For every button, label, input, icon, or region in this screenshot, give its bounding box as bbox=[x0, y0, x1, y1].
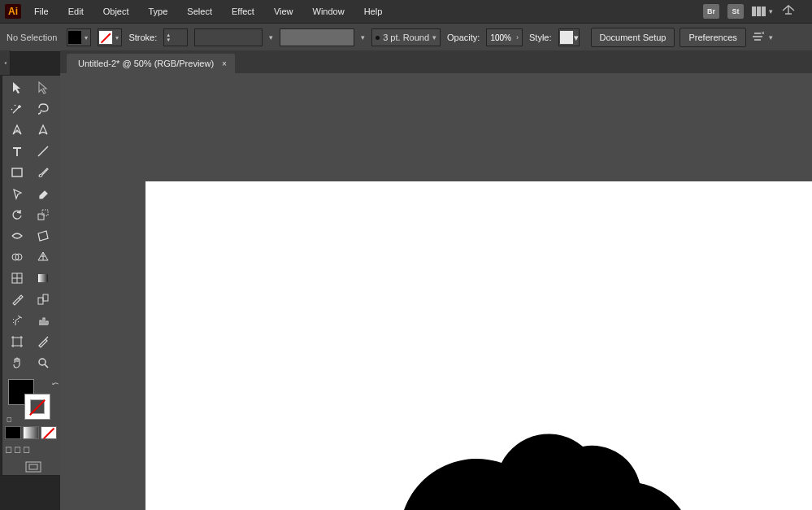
slice-tool[interactable] bbox=[31, 332, 55, 351]
svg-point-10 bbox=[39, 359, 46, 365]
chevron-down-icon: ▾ bbox=[113, 34, 121, 41]
zoom-tool[interactable] bbox=[31, 353, 55, 373]
stroke-swatch[interactable] bbox=[24, 394, 50, 420]
svg-rect-9 bbox=[13, 338, 21, 346]
brush-dot-icon bbox=[376, 36, 380, 40]
swap-fill-stroke-icon[interactable]: ⤺ bbox=[52, 379, 59, 388]
color-mode-none[interactable] bbox=[41, 426, 57, 439]
chevron-right-icon: › bbox=[516, 33, 519, 41]
svg-rect-11 bbox=[26, 462, 41, 472]
fill-swatch-icon bbox=[68, 31, 81, 44]
fill-stroke-control[interactable]: ⤺ ◻ bbox=[5, 377, 62, 423]
curvature-tool[interactable] bbox=[31, 120, 55, 140]
draw-inside-icon[interactable]: ◻ bbox=[23, 444, 30, 455]
stepper-arrows-icon: ▲▼ bbox=[164, 33, 172, 42]
width-tool[interactable] bbox=[5, 226, 29, 246]
artboard-tool[interactable] bbox=[5, 332, 29, 351]
brush-preview[interactable] bbox=[280, 28, 354, 46]
shape-builder-tool[interactable] bbox=[5, 247, 29, 267]
document-tab-strip: Untitled-2* @ 50% (RGB/Preview) × bbox=[60, 50, 812, 74]
panel-collapse-strip[interactable]: ‹‹ bbox=[0, 50, 11, 75]
chevron-down-icon: ▾ bbox=[574, 33, 579, 43]
perspective-grid-tool[interactable] bbox=[31, 247, 55, 267]
chevron-down-icon: ▾ bbox=[769, 33, 773, 41]
color-mode-gradient[interactable] bbox=[23, 426, 39, 439]
svg-rect-8 bbox=[43, 294, 48, 301]
workspace[interactable] bbox=[60, 73, 812, 510]
stock-button[interactable]: St bbox=[727, 4, 744, 19]
svg-rect-12 bbox=[29, 464, 37, 469]
draw-normal-icon[interactable]: ◻ bbox=[5, 444, 12, 455]
arrange-documents-icon bbox=[752, 7, 766, 16]
draw-behind-icon[interactable]: ◻ bbox=[14, 444, 21, 455]
align-icon bbox=[751, 31, 764, 42]
style-swatch-icon bbox=[560, 31, 573, 44]
selection-state-label: No Selection bbox=[7, 33, 60, 42]
chevron-down-icon: ▾ bbox=[432, 33, 436, 41]
direct-selection-tool[interactable] bbox=[31, 78, 55, 98]
brush-definition-label: 3 pt. Round bbox=[383, 33, 429, 42]
pen-tool[interactable] bbox=[5, 120, 29, 140]
rotate-tool[interactable] bbox=[5, 205, 29, 224]
opacity-field[interactable]: 100% › bbox=[486, 28, 523, 46]
document-setup-button[interactable]: Document Setup bbox=[591, 28, 675, 47]
paintbrush-tool[interactable] bbox=[31, 163, 55, 182]
bridge-button[interactable]: Br bbox=[703, 4, 719, 19]
align-to-button[interactable] bbox=[751, 31, 764, 45]
color-mode-solid[interactable] bbox=[5, 426, 21, 439]
scale-tool[interactable] bbox=[31, 205, 55, 224]
menu-file[interactable]: File bbox=[28, 4, 55, 19]
cloud-shape[interactable] bbox=[396, 410, 697, 510]
eyedropper-tool[interactable] bbox=[5, 290, 29, 309]
arrange-documents-button[interactable]: ▾ bbox=[752, 7, 773, 16]
rectangle-tool[interactable] bbox=[5, 163, 29, 182]
variable-width-profile-dropdown[interactable] bbox=[194, 28, 263, 46]
chevron-down-icon: ▾ bbox=[269, 33, 273, 41]
stroke-label: Stroke: bbox=[128, 33, 157, 42]
column-graph-tool[interactable] bbox=[31, 311, 55, 330]
line-segment-tool[interactable] bbox=[31, 142, 55, 161]
gpu-preview-button[interactable] bbox=[781, 4, 796, 19]
menu-view[interactable]: View bbox=[267, 4, 300, 19]
stroke-weight-stepper[interactable]: ▲▼ bbox=[163, 28, 188, 46]
free-transform-tool[interactable] bbox=[31, 226, 55, 246]
stroke-color-dropdown[interactable]: ▾ bbox=[98, 28, 122, 46]
fill-color-dropdown[interactable]: ▾ bbox=[67, 28, 91, 46]
mesh-tool[interactable] bbox=[5, 268, 29, 288]
menu-effect[interactable]: Effect bbox=[225, 4, 261, 19]
shaper-tool[interactable] bbox=[5, 184, 29, 203]
color-mode-row bbox=[5, 426, 62, 439]
style-label: Style: bbox=[529, 33, 552, 42]
close-tab-button[interactable]: × bbox=[222, 59, 227, 68]
symbol-sprayer-tool[interactable] bbox=[5, 311, 29, 330]
stroke-swatch-icon bbox=[99, 31, 112, 44]
hand-tool[interactable] bbox=[5, 353, 29, 373]
svg-rect-2 bbox=[42, 210, 48, 216]
menu-edit[interactable]: Edit bbox=[62, 4, 90, 19]
draw-modes-row: ◻ ◻ ◻ bbox=[5, 444, 62, 455]
menu-type[interactable]: Type bbox=[142, 4, 175, 19]
menu-window[interactable]: Window bbox=[306, 4, 351, 19]
collapse-handle-icon: ‹‹ bbox=[4, 59, 5, 67]
blend-tool[interactable] bbox=[31, 290, 55, 309]
svg-rect-0 bbox=[12, 168, 22, 177]
brush-definition-dropdown[interactable]: 3 pt. Round ▾ bbox=[371, 28, 441, 46]
menu-help[interactable]: Help bbox=[358, 4, 389, 19]
document-tab[interactable]: Untitled-2* @ 50% (RGB/Preview) × bbox=[67, 54, 235, 73]
graphic-style-dropdown[interactable]: ▾ bbox=[558, 28, 580, 46]
default-fill-stroke-icon[interactable]: ◻ bbox=[7, 416, 12, 423]
screen-mode-button[interactable] bbox=[5, 461, 62, 473]
preferences-button[interactable]: Preferences bbox=[680, 28, 745, 47]
magic-wand-tool[interactable] bbox=[5, 99, 29, 119]
menu-select[interactable]: Select bbox=[180, 4, 219, 19]
selection-tool[interactable] bbox=[5, 78, 29, 98]
lasso-tool[interactable] bbox=[31, 99, 55, 119]
gradient-tool[interactable] bbox=[31, 268, 55, 288]
menu-object[interactable]: Object bbox=[97, 4, 136, 19]
eraser-tool[interactable] bbox=[31, 184, 55, 203]
app-logo: Ai bbox=[5, 4, 21, 19]
type-tool[interactable] bbox=[5, 142, 29, 161]
opacity-value: 100% bbox=[490, 33, 511, 42]
svg-rect-1 bbox=[38, 214, 44, 220]
artboard[interactable] bbox=[145, 181, 812, 510]
